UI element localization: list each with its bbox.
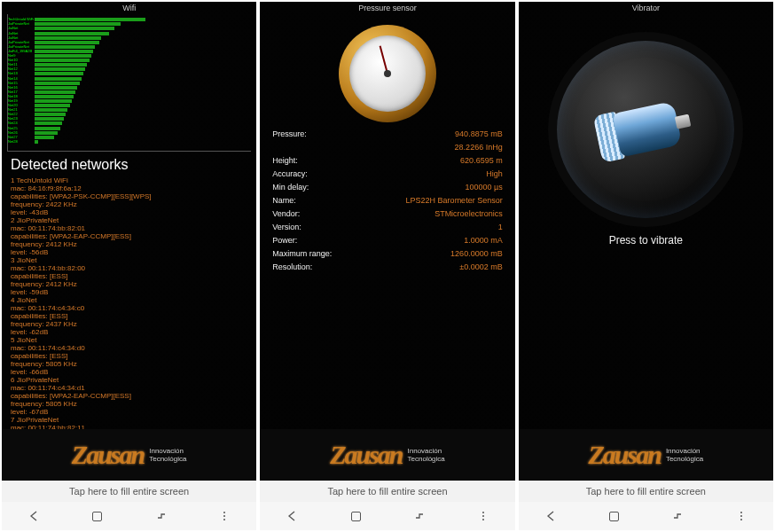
chart-label: JioNet (8, 32, 35, 35)
info-key: Accuracy: (272, 168, 308, 181)
chart-bar-row: Net11 (8, 63, 251, 67)
menu-dots-icon[interactable] (477, 510, 489, 522)
logo-icon: Zausan (330, 440, 402, 470)
chart-bar-row: JioNet (8, 35, 251, 40)
chart-label: Net13 (8, 72, 35, 75)
chart-label: Net18 (8, 95, 35, 98)
network-name: 4 JioNet (11, 296, 247, 304)
pressure-main: Pressure sensor Pressure:940.8875 mB28.2… (260, 2, 514, 429)
chart-bar-row: Net28 (8, 140, 251, 145)
chart-bar-row: Net23 (8, 117, 251, 121)
chart-label: Net22 (8, 113, 35, 116)
network-detail: mac: 00:11:74:c4:34:c0 (11, 304, 247, 312)
chart-bar-row: JioPrivateNet (8, 40, 251, 44)
info-row: Height:620.6595 m (272, 154, 502, 168)
network-detail: frequency: 5805 KHz (11, 400, 247, 408)
chart-bar (35, 63, 87, 66)
chart-label: JioNet (8, 27, 35, 30)
info-row: Pressure:940.8875 mB (272, 128, 502, 141)
logo-icon: Zausan (589, 440, 661, 470)
info-row: Name:LPS22H Barometer Sensor (272, 194, 502, 207)
wifi-main: Wifi TechUntold WiFiJioPrivateNetJioNetJ… (2, 2, 256, 429)
chart-label: Net12 (8, 67, 35, 71)
home-icon[interactable] (91, 510, 104, 522)
chart-label: Net15 (8, 82, 35, 85)
recent-icon[interactable] (155, 510, 168, 522)
network-detail: capabilities: [WPA2-PSK-CCMP][ESS][WPS] (11, 192, 247, 200)
pressure-info-list: Pressure:940.8875 mB28.2266 InHgHeight:6… (260, 128, 514, 274)
network-name: 5 JioNet (11, 336, 247, 344)
info-value: 620.6595 m (460, 154, 503, 168)
chart-label: TechUntold WiFi (8, 18, 35, 21)
chart-bar-row: Net19 (8, 99, 251, 104)
chart-bar (35, 127, 60, 130)
network-list[interactable]: 1 TechUntold WiFimac: 84:16:f9:8f:6a:12c… (2, 176, 256, 429)
logo-line2: Tecnológica (408, 455, 445, 463)
network-detail: capabilities: [ESS] (11, 312, 247, 320)
screen-pressure: Pressure sensor Pressure:940.8875 mB28.2… (260, 2, 514, 530)
info-key: Vendor: (272, 207, 300, 221)
screen-vibrator: Vibrator Press to vibrate Zausan Innovac… (519, 2, 773, 530)
chart-bar (35, 99, 72, 103)
tap-fill-button[interactable]: Tap here to fill entire screen (519, 481, 773, 502)
recent-icon[interactable] (671, 510, 684, 522)
chart-label: Net16 (8, 86, 35, 90)
chart-label: Net26 (8, 131, 35, 135)
chart-label: JioNet (8, 36, 35, 40)
chart-bar (35, 54, 91, 58)
logo-subtitle: Innovación Tecnológica (666, 447, 703, 463)
chart-bar (35, 45, 95, 49)
vibrator-main: Vibrator Press to vibrate (519, 2, 773, 429)
network-detail: capabilities: [WPA2-EAP-CCMP][ESS] (11, 392, 247, 400)
chart-label: JioPrivateNet (8, 22, 35, 26)
home-icon[interactable] (349, 510, 362, 522)
info-row: Power:1.0000 mA (272, 234, 502, 247)
info-value: 1 (498, 221, 503, 234)
chart-label: JioPrivateNet (8, 41, 35, 44)
chart-label: Net23 (8, 117, 35, 121)
network-detail: frequency: 5805 KHz (11, 360, 247, 368)
network-name: 3 JioNet (11, 256, 247, 264)
network-detail: level: -59dB (11, 288, 247, 296)
chart-bar (35, 36, 101, 40)
chart-bar-row: Net15 (8, 81, 251, 85)
android-nav-bar (519, 502, 773, 530)
chart-bar (35, 95, 74, 98)
network-detail: level: -43dB (11, 208, 247, 216)
chart-bar-row: JioPrivateNet (8, 22, 251, 27)
logo-line2: Tecnológica (149, 455, 186, 463)
chart-bar (35, 136, 54, 139)
recent-icon[interactable] (413, 510, 426, 522)
info-key: Min delay: (272, 181, 309, 194)
home-icon[interactable] (607, 510, 620, 522)
back-icon[interactable] (27, 510, 40, 522)
vibrator-content: Press to vibrate (519, 14, 773, 246)
motor-icon (591, 89, 700, 169)
menu-dots-icon[interactable] (218, 510, 231, 522)
vibrator-title: Vibrator (519, 2, 773, 14)
info-row: Min delay:100000 µs (272, 181, 502, 194)
chart-bar (35, 117, 64, 121)
info-value: High (486, 168, 503, 181)
chart-bar (35, 104, 70, 107)
info-value: STMicroelectronics (434, 207, 503, 221)
android-nav-bar (2, 502, 256, 530)
tap-fill-button[interactable]: Tap here to fill entire screen (260, 481, 514, 502)
back-icon[interactable] (286, 510, 298, 522)
chart-bar-row: Net25 (8, 126, 251, 130)
logo-bar: Zausan Innovación Tecnológica (519, 429, 773, 481)
back-icon[interactable] (544, 510, 557, 522)
chart-bar-row: Net17 (8, 90, 251, 95)
detected-networks-header: Detected networks (2, 152, 256, 176)
info-value: 940.8875 mB (455, 128, 503, 141)
wifi-title: Wifi (2, 2, 256, 14)
chart-bar-row: JioNet (8, 31, 251, 35)
tap-fill-button[interactable]: Tap here to fill entire screen (2, 481, 256, 502)
gauge-pin-icon (384, 70, 391, 77)
info-value: 1260.0000 mB (450, 247, 503, 261)
chart-label: Net9 (8, 54, 35, 58)
vibrate-button[interactable] (557, 41, 734, 218)
chart-bar (35, 32, 109, 35)
menu-dots-icon[interactable] (735, 510, 748, 522)
chart-label: Net28 (8, 140, 35, 144)
